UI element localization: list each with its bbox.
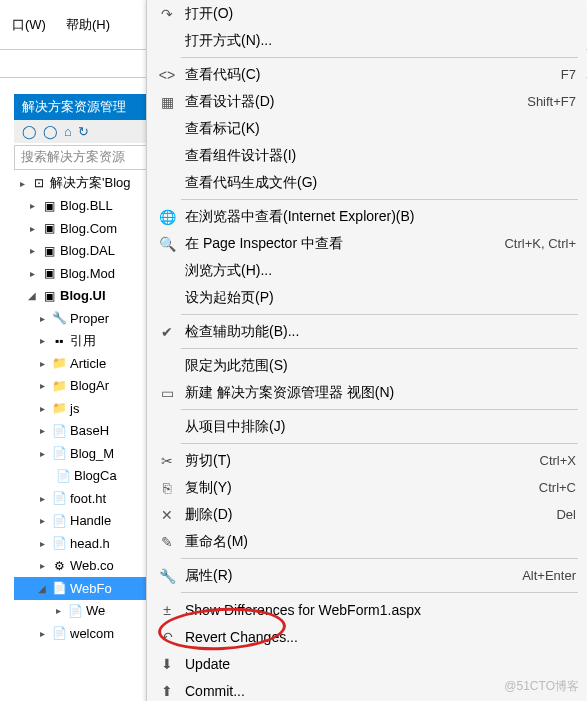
- csproj-icon: ▣: [41, 266, 57, 280]
- node-article[interactable]: ▸📁Article: [14, 352, 154, 375]
- ctx-scope-to[interactable]: 限定为此范围(S): [147, 352, 586, 379]
- references-icon: ▪▪: [51, 334, 67, 348]
- delete-icon: ✕: [155, 507, 179, 523]
- node-welcom[interactable]: ▸📄welcom: [14, 622, 154, 645]
- node-js[interactable]: ▸📁js: [14, 397, 154, 420]
- csproj-icon: ▣: [41, 199, 57, 213]
- ctx-open-with[interactable]: 打开方式(N)...: [147, 27, 586, 54]
- revert-icon: ↶: [155, 629, 179, 645]
- commit-icon: ⬆: [155, 683, 179, 699]
- file-icon: 📄: [51, 626, 67, 640]
- file-icon: 📄: [51, 514, 67, 528]
- accessibility-icon: ✔: [155, 324, 179, 340]
- node-blogm[interactable]: ▸📄Blog_M: [14, 442, 154, 465]
- ctx-view-code[interactable]: <>查看代码(C)F7: [147, 61, 586, 88]
- copy-icon: ⎘: [155, 480, 179, 496]
- ctx-copy[interactable]: ⎘复制(Y)Ctrl+C: [147, 474, 586, 501]
- file-icon: 📄: [51, 446, 67, 460]
- separator: [181, 558, 578, 559]
- file-icon: 📄: [51, 536, 67, 550]
- project-dal[interactable]: ▸▣Blog.DAL: [14, 240, 154, 263]
- node-we[interactable]: ▸📄We: [14, 600, 154, 623]
- ctx-view-component[interactable]: 查看组件设计器(I): [147, 142, 586, 169]
- separator: [181, 409, 578, 410]
- menu-window[interactable]: 口(W): [2, 12, 56, 38]
- file-icon: 📄: [67, 604, 83, 618]
- refresh-icon[interactable]: ↻: [78, 124, 89, 139]
- forward-icon[interactable]: ◯: [43, 124, 58, 139]
- panel-title: 解决方案资源管理: [14, 94, 154, 120]
- file-icon: 📄: [51, 491, 67, 505]
- ctx-svn-diff[interactable]: ±Show Differences for WebForm1.aspx: [147, 596, 586, 623]
- separator: [181, 57, 578, 58]
- file-icon: 📄: [51, 424, 67, 438]
- update-icon: ⬇: [155, 656, 179, 672]
- designer-icon: ▦: [155, 94, 179, 110]
- node-references[interactable]: ▸▪▪引用: [14, 330, 154, 353]
- browser-icon: 🌐: [155, 209, 179, 225]
- ctx-svn-revert[interactable]: ↶Revert Changes...: [147, 623, 586, 650]
- aspx-icon: 📄: [51, 581, 67, 595]
- ctx-check-accessibility[interactable]: ✔检查辅助功能(B)...: [147, 318, 586, 345]
- node-foot[interactable]: ▸📄foot.ht: [14, 487, 154, 510]
- rename-icon: ✎: [155, 534, 179, 550]
- separator: [181, 592, 578, 593]
- menu-help[interactable]: 帮助(H): [56, 12, 120, 38]
- search-input[interactable]: 搜索解决方案资源: [14, 145, 154, 170]
- watermark: @51CTO博客: [504, 678, 579, 695]
- node-head[interactable]: ▸📄head.h: [14, 532, 154, 555]
- cut-icon: ✂: [155, 453, 179, 469]
- back-icon[interactable]: ◯: [22, 124, 37, 139]
- csproj-icon: ▣: [41, 244, 57, 258]
- properties-icon: 🔧: [155, 568, 179, 584]
- ctx-view-markup[interactable]: 查看标记(K): [147, 115, 586, 142]
- wrench-icon: 🔧: [51, 311, 67, 325]
- ctx-exclude[interactable]: 从项目中排除(J): [147, 413, 586, 440]
- ctx-rename[interactable]: ✎重命名(M): [147, 528, 586, 555]
- project-mod[interactable]: ▸▣Blog.Mod: [14, 262, 154, 285]
- folder-icon: 📁: [51, 356, 67, 370]
- node-webfo-selected[interactable]: ◢📄WebFo: [14, 577, 154, 600]
- ctx-view-generated[interactable]: 查看代码生成文件(G): [147, 169, 586, 196]
- csproj-icon: ▣: [41, 221, 57, 235]
- project-com[interactable]: ▸▣Blog.Com: [14, 217, 154, 240]
- diff-icon: ±: [155, 602, 179, 618]
- node-blogar[interactable]: ▸📁BlogAr: [14, 375, 154, 398]
- project-bll[interactable]: ▸▣Blog.BLL: [14, 195, 154, 218]
- ctx-browse-with[interactable]: 浏览方式(H)...: [147, 257, 586, 284]
- code-icon: <>: [155, 67, 179, 83]
- node-handle[interactable]: ▸📄Handle: [14, 510, 154, 533]
- ctx-set-start[interactable]: 设为起始页(P): [147, 284, 586, 311]
- ctx-view-designer[interactable]: ▦查看设计器(D)Shift+F7: [147, 88, 586, 115]
- solution-root[interactable]: ▸⊡解决方案'Blog: [14, 172, 154, 195]
- ctx-svn-update[interactable]: ⬇Update: [147, 650, 586, 677]
- separator: [181, 199, 578, 200]
- ctx-properties[interactable]: 🔧属性(R)Alt+Enter: [147, 562, 586, 589]
- separator: [181, 348, 578, 349]
- inspector-icon: 🔍: [155, 236, 179, 252]
- window-icon: ▭: [155, 385, 179, 401]
- separator: [181, 314, 578, 315]
- config-icon: ⚙: [51, 559, 67, 573]
- panel-toolbar: ◯ ◯ ⌂ ↻: [14, 120, 154, 143]
- solution-icon: ⊡: [31, 176, 47, 190]
- project-ui[interactable]: ◢▣Blog.UI: [14, 285, 154, 308]
- solution-tree: ▸⊡解决方案'Blog ▸▣Blog.BLL ▸▣Blog.Com ▸▣Blog…: [14, 170, 154, 647]
- node-properties[interactable]: ▸🔧Proper: [14, 307, 154, 330]
- ctx-delete[interactable]: ✕删除(D)Del: [147, 501, 586, 528]
- file-icon: 📄: [55, 469, 71, 483]
- solution-explorer: 解决方案资源管理 ◯ ◯ ⌂ ↻ 搜索解决方案资源 ▸⊡解决方案'Blog ▸▣…: [14, 94, 154, 647]
- folder-icon: 📁: [51, 401, 67, 415]
- ctx-new-view[interactable]: ▭新建 解决方案资源管理器 视图(N): [147, 379, 586, 406]
- ctx-view-in-browser[interactable]: 🌐在浏览器中查看(Internet Explorer)(B): [147, 203, 586, 230]
- home-icon[interactable]: ⌂: [64, 124, 72, 139]
- node-blogca[interactable]: 📄BlogCa: [14, 465, 154, 488]
- csproj-icon: ▣: [41, 289, 57, 303]
- ctx-cut[interactable]: ✂剪切(T)Ctrl+X: [147, 447, 586, 474]
- separator: [181, 443, 578, 444]
- ctx-open[interactable]: ↷打开(O): [147, 0, 586, 27]
- node-baseh[interactable]: ▸📄BaseH: [14, 420, 154, 443]
- open-icon: ↷: [155, 6, 179, 22]
- node-webco[interactable]: ▸⚙Web.co: [14, 555, 154, 578]
- ctx-page-inspector[interactable]: 🔍在 Page Inspector 中查看Ctrl+K, Ctrl+: [147, 230, 586, 257]
